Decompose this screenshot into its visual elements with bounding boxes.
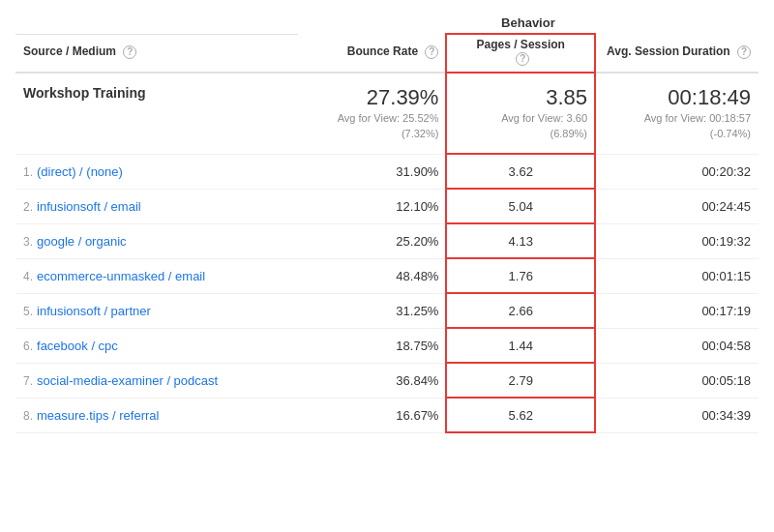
avg-session-cell: 00:24:45 — [595, 189, 759, 223]
summary-label-cell: Workshop Training — [15, 73, 298, 155]
bounce-rate-cell: 31.90% — [298, 154, 447, 189]
row-number: 6. — [23, 340, 33, 353]
summary-pages-session-sub2: (6.89%) — [550, 128, 587, 139]
source-link[interactable]: facebook / cpc — [37, 339, 118, 353]
analytics-table-container: Behavior Source / Medium ? Bounce Rate ?… — [0, 0, 774, 443]
table-row: 3.google / organic25.20%4.1300:19:32 — [15, 223, 759, 258]
avg-session-cell: 00:17:19 — [595, 293, 759, 328]
pages-session-cell: 4.13 — [446, 223, 595, 258]
avg-session-help-icon[interactable]: ? — [737, 45, 751, 59]
row-number: 5. — [23, 305, 33, 318]
analytics-table: Behavior Source / Medium ? Bounce Rate ?… — [15, 10, 759, 433]
behavior-group-header: Behavior — [298, 10, 759, 34]
source-cell: 8.measure.tips / referral — [15, 398, 298, 432]
bounce-rate-cell: 48.48% — [298, 258, 447, 293]
bounce-rate-col-header: Bounce Rate ? — [298, 34, 447, 73]
summary-bounce-rate-sub: Avg for View: 25.52% (7.32%) — [306, 110, 439, 142]
row-number: 1. — [23, 165, 33, 179]
summary-row: Workshop Training 27.39% Avg for View: 2… — [15, 73, 759, 155]
bounce-rate-label: Bounce Rate — [347, 44, 418, 58]
pages-session-cell: 5.62 — [446, 398, 595, 432]
bounce-rate-cell: 25.20% — [298, 223, 447, 258]
bounce-rate-cell: 12.10% — [298, 189, 447, 223]
source-cell: 7.social-media-examiner / podcast — [15, 363, 298, 398]
summary-pages-session-sub: Avg for View: 3.60 (6.89%) — [454, 110, 587, 142]
summary-pages-session-sub1: Avg for View: 3.60 — [501, 112, 587, 124]
pages-session-cell: 5.04 — [446, 189, 595, 223]
pages-session-cell: 3.62 — [446, 154, 595, 189]
pages-session-help-icon[interactable]: ? — [516, 52, 529, 66]
pages-session-cell: 1.44 — [446, 328, 595, 363]
row-number: 4. — [23, 270, 33, 283]
pages-session-cell: 2.79 — [446, 363, 595, 398]
behavior-label: Behavior — [501, 15, 555, 30]
bounce-rate-cell: 36.84% — [298, 363, 447, 398]
summary-bounce-rate-cell: 27.39% Avg for View: 25.52% (7.32%) — [298, 73, 447, 155]
summary-avg-session-cell: 00:18:49 Avg for View: 00:18:57 (-0.74%) — [595, 73, 759, 155]
table-row: 8.measure.tips / referral16.67%5.6200:34… — [15, 398, 759, 432]
table-row: 7.social-media-examiner / podcast36.84%2… — [15, 363, 759, 398]
bounce-rate-cell: 31.25% — [298, 293, 447, 328]
source-link[interactable]: infusionsoft / email — [37, 199, 141, 214]
avg-session-cell: 00:34:39 — [595, 398, 759, 432]
table-row: 2.infusionsoft / email12.10%5.0400:24:45 — [15, 189, 759, 223]
pages-session-label: Pages / Session — [454, 38, 587, 51]
source-cell: 1.(direct) / (none) — [15, 154, 298, 189]
source-medium-label: Source / Medium — [23, 44, 116, 58]
source-link[interactable]: google / organic — [37, 234, 127, 249]
summary-bounce-rate-value: 27.39% — [306, 85, 439, 110]
summary-avg-session-sub1: Avg for View: 00:18:57 — [644, 112, 751, 124]
source-cell: 5.infusionsoft / partner — [15, 293, 298, 328]
source-link[interactable]: measure.tips / referral — [37, 408, 159, 423]
avg-session-cell: 00:01:15 — [595, 258, 759, 293]
source-link[interactable]: (direct) / (none) — [37, 164, 123, 179]
avg-session-cell: 00:04:58 — [595, 328, 759, 363]
bounce-rate-help-icon[interactable]: ? — [425, 45, 438, 59]
summary-bounce-rate-sub1: Avg for View: 25.52% — [338, 112, 439, 124]
table-row: 4.ecommerce-unmasked / email48.48%1.7600… — [15, 258, 759, 293]
summary-avg-session-sub: Avg for View: 00:18:57 (-0.74%) — [603, 110, 751, 142]
summary-pages-session-value: 3.85 — [454, 85, 587, 110]
summary-pages-session-cell: 3.85 Avg for View: 3.60 (6.89%) — [446, 73, 595, 155]
table-row: 6.facebook / cpc18.75%1.4400:04:58 — [15, 328, 759, 363]
bounce-rate-cell: 16.67% — [298, 398, 447, 432]
source-cell: 3.google / organic — [15, 223, 298, 258]
table-row: 1.(direct) / (none)31.90%3.6200:20:32 — [15, 154, 759, 189]
source-cell: 6.facebook / cpc — [15, 328, 298, 363]
source-medium-header-empty — [15, 10, 298, 34]
row-number: 8. — [23, 409, 33, 423]
row-number: 2. — [23, 200, 33, 214]
source-cell: 4.ecommerce-unmasked / email — [15, 258, 298, 293]
summary-avg-session-value: 00:18:49 — [603, 85, 751, 110]
source-link[interactable]: ecommerce-unmasked / email — [37, 269, 205, 283]
avg-session-label: Avg. Session Duration — [607, 44, 730, 58]
pages-session-cell: 2.66 — [446, 293, 595, 328]
behavior-header-row: Behavior — [15, 10, 759, 34]
avg-session-cell: 00:20:32 — [595, 154, 759, 189]
avg-session-cell: 00:19:32 — [595, 223, 759, 258]
source-medium-help-icon[interactable]: ? — [123, 45, 136, 59]
pages-session-col-header[interactable]: Pages / Session ? — [446, 34, 595, 73]
source-cell: 2.infusionsoft / email — [15, 189, 298, 223]
pages-session-cell: 1.76 — [446, 258, 595, 293]
source-link[interactable]: infusionsoft / partner — [37, 304, 151, 318]
avg-session-cell: 00:05:18 — [595, 363, 759, 398]
avg-session-col-header: Avg. Session Duration ? — [595, 34, 759, 73]
source-link[interactable]: social-media-examiner / podcast — [37, 373, 218, 388]
row-number: 3. — [23, 235, 33, 249]
row-number: 7. — [23, 374, 33, 388]
bounce-rate-cell: 18.75% — [298, 328, 447, 363]
summary-label: Workshop Training — [23, 85, 146, 101]
table-row: 5.infusionsoft / partner31.25%2.6600:17:… — [15, 293, 759, 328]
column-header-row: Source / Medium ? Bounce Rate ? Pages / … — [15, 34, 759, 73]
summary-bounce-rate-sub2: (7.32%) — [402, 128, 439, 139]
summary-avg-session-sub2: (-0.74%) — [710, 128, 751, 139]
source-medium-col-header: Source / Medium ? — [15, 34, 298, 73]
